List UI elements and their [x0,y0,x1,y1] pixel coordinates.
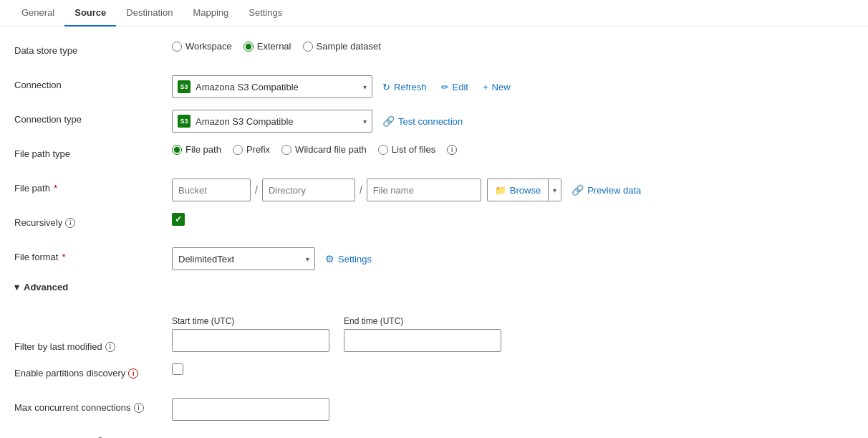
test-connection-icon: 🔗 [382,115,395,127]
refresh-icon: ↻ [382,82,390,92]
preview-icon: 🔗 [572,184,584,196]
connection-controls: S3 Amazona S3 Compatible ▾ ↻ Refresh ✏ E… [172,75,854,98]
advanced-toggle-button[interactable]: ▾ Advanced [14,282,68,292]
file-path-type-controls: File path Prefix Wildcard file path List… [172,144,854,155]
connection-icon: S3 [178,80,191,93]
connection-row: Connection S3 Amazona S3 Compatible ▾ ↻ … [14,75,854,98]
radio-prefix-input[interactable] [233,145,243,155]
radio-prefix-label: Prefix [246,144,270,155]
advanced-row: ▾ Advanced [14,282,854,305]
file-format-row: File format * DelimitedText ▾ ⚙ Settings [14,247,854,270]
start-time-input[interactable] [172,329,329,352]
radio-external-label: External [257,41,291,52]
file-format-select[interactable]: DelimitedText [172,247,315,270]
radio-wildcard-input[interactable] [281,145,291,155]
connection-label: Connection [14,75,172,90]
file-format-controls: DelimitedText ▾ ⚙ Settings [172,247,854,270]
data-store-type-radio-group: Workspace External Sample dataset [172,41,381,52]
radio-wildcard[interactable]: Wildcard file path [281,144,367,155]
connection-type-select[interactable]: Amazon S3 Compatible [172,110,372,133]
file-path-type-radio-group: File path Prefix Wildcard file path List… [172,144,457,155]
additional-columns-row: Additional columns i + New [14,432,854,438]
file-path-type-label: File path type [14,144,172,159]
edit-icon: ✏ [441,82,449,92]
partitions-controls [172,363,854,375]
max-connections-input[interactable] [172,398,329,421]
recursively-controls [172,213,854,226]
end-time-col: End time (UTC) [344,316,501,352]
radio-external-input[interactable] [243,42,254,52]
filename-input[interactable] [367,178,481,201]
new-plus-icon: + [483,82,488,92]
radio-external[interactable]: External [243,41,291,52]
filter-time-group: Start time (UTC) End time (UTC) [172,316,501,352]
test-connection-button[interactable]: 🔗 Test connection [378,112,467,130]
radio-workspace-label: Workspace [185,41,232,52]
filter-row: Filter by last modified i Start time (UT… [14,316,854,352]
radio-sample-dataset-label: Sample dataset [317,41,381,52]
max-connections-info-icon[interactable]: i [134,403,144,413]
radio-sample-dataset-input[interactable] [303,42,313,52]
radio-wildcard-label: Wildcard file path [295,144,367,155]
filter-label: Filter by last modified i [14,327,172,352]
browse-button[interactable]: 📁 Browse [487,178,549,201]
filter-info-icon[interactable]: i [105,342,115,352]
radio-file-path-label: File path [185,144,221,155]
radio-prefix[interactable]: Prefix [233,144,270,155]
additional-columns-new-button[interactable]: + New [172,432,208,438]
max-connections-controls [172,398,854,421]
radio-workspace[interactable]: Workspace [172,41,232,52]
tab-mapping[interactable]: Mapping [183,0,238,27]
edit-button[interactable]: ✏ Edit [437,78,473,96]
directory-input[interactable] [262,178,355,201]
connection-type-label: Connection type [14,110,172,125]
additional-columns-controls: + New [172,432,854,438]
radio-workspace-input[interactable] [172,42,182,52]
file-path-label: File path * [14,178,172,194]
radio-file-path[interactable]: File path [172,144,221,155]
filter-controls: Start time (UTC) End time (UTC) [172,316,854,352]
recursively-checkbox[interactable] [172,213,185,226]
refresh-button[interactable]: ↻ Refresh [378,78,431,96]
data-store-type-label: Data store type [14,41,172,56]
new-button[interactable]: + New [478,78,515,96]
connection-type-select-wrapper: S3 Amazon S3 Compatible ▾ [172,110,372,133]
file-path-type-info-icon[interactable]: i [447,145,457,155]
end-time-input[interactable] [344,329,501,352]
partitions-checkbox[interactable] [172,363,183,375]
file-path-required: * [54,183,57,194]
form-content: Data store type Workspace External Sampl… [0,27,868,438]
tab-settings[interactable]: Settings [238,0,292,27]
radio-list-of-files-input[interactable] [378,145,388,155]
file-format-settings-button[interactable]: ⚙ Settings [321,249,376,268]
tab-source[interactable]: Source [64,0,116,27]
radio-list-of-files[interactable]: List of files [378,144,435,155]
radio-file-path-input[interactable] [172,145,182,155]
data-store-type-row: Data store type Workspace External Sampl… [14,41,854,64]
recursively-label: Recursively i [14,213,172,228]
file-format-required: * [62,252,65,262]
tab-destination[interactable]: Destination [116,0,183,27]
max-connections-row: Max concurrent connections i [14,398,854,421]
tab-bar: General Source Destination Mapping Setti… [0,0,868,27]
end-time-label: End time (UTC) [344,316,501,326]
browse-chevron-button[interactable]: ▾ [549,178,561,201]
partitions-info-icon[interactable]: i [128,368,138,379]
radio-sample-dataset[interactable]: Sample dataset [303,41,381,52]
preview-data-button[interactable]: 🔗 Preview data [567,181,645,199]
file-format-label: File format * [14,247,172,262]
additional-columns-label: Additional columns i [14,432,172,438]
connection-type-controls: S3 Amazon S3 Compatible ▾ 🔗 Test connect… [172,110,854,133]
browse-chevron-icon: ▾ [553,186,556,194]
recursively-info-icon[interactable]: i [65,218,75,228]
connection-select-wrapper: S3 Amazona S3 Compatible ▾ [172,75,372,98]
partitions-row: Enable partitions discovery i [14,363,854,386]
connection-select[interactable]: Amazona S3 Compatible [172,75,372,98]
bucket-input[interactable] [172,178,251,201]
browse-group: 📁 Browse ▾ [487,178,561,201]
partitions-label: Enable partitions discovery i [14,363,172,379]
connection-type-row: Connection type S3 Amazon S3 Compatible … [14,110,854,133]
path-separator-2: / [358,184,364,196]
tab-general[interactable]: General [11,0,64,27]
path-separator-1: / [254,184,259,196]
